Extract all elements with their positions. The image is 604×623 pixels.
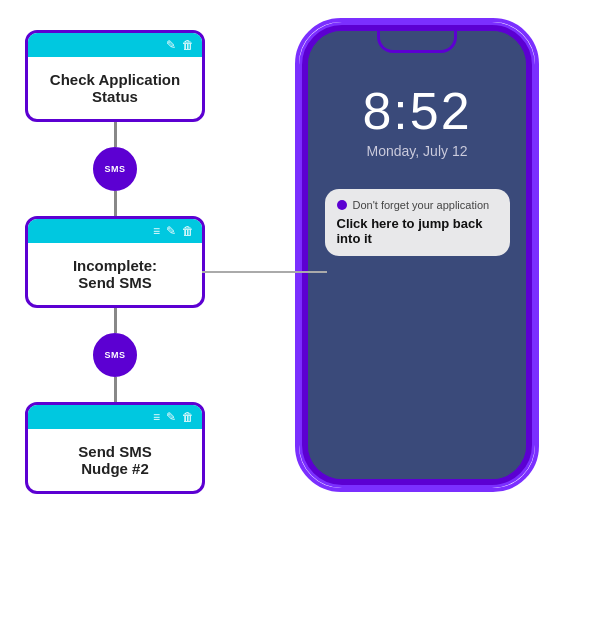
card2-list-icon[interactable]: ≡	[153, 224, 160, 238]
notification-header: Don't forget your application	[337, 199, 498, 211]
card2-body: Incomplete: Send SMS	[28, 243, 202, 305]
card2-header: ≡ ✎ 🗑	[28, 219, 202, 243]
card1-title: Check Application Status	[38, 71, 192, 105]
sms-badge-1-label: SMS	[104, 164, 125, 174]
card2-delete-icon[interactable]: 🗑	[182, 224, 194, 238]
card2-wrapper: ≡ ✎ 🗑 Incomplete: Send SMS	[25, 216, 205, 308]
connector-line-1	[114, 122, 117, 147]
phone-screen: 8:52 Monday, July 12 Don't forget your a…	[308, 31, 526, 479]
sms-badge-1: SMS	[93, 147, 137, 191]
card3-header: ≡ ✎ 🗑	[28, 405, 202, 429]
card3-edit-icon[interactable]: ✎	[166, 410, 176, 424]
card3-title: Send SMS Nudge #2	[78, 443, 151, 477]
notification-dot	[337, 200, 347, 210]
card2-edit-icon[interactable]: ✎	[166, 224, 176, 238]
notification-body: Click here to jump back into it	[337, 216, 498, 246]
connector-line-3	[114, 308, 117, 333]
phone-time: 8:52	[362, 81, 471, 141]
card1-delete-icon[interactable]: 🗑	[182, 38, 194, 52]
card3: ≡ ✎ 🗑 Send SMS Nudge #2	[25, 402, 205, 494]
card2-title: Incomplete: Send SMS	[73, 257, 157, 291]
card2: ≡ ✎ 🗑 Incomplete: Send SMS	[25, 216, 205, 308]
card1-header: ✎ 🗑	[28, 33, 202, 57]
card2-to-phone-line	[202, 271, 327, 273]
phone-notch	[377, 31, 457, 53]
flow-panel: ✎ 🗑 Check Application Status SMS ≡ ✎ 🗑	[10, 20, 220, 494]
card3-body: Send SMS Nudge #2	[28, 429, 202, 491]
card1: ✎ 🗑 Check Application Status	[25, 30, 205, 122]
notification-app-name: Don't forget your application	[353, 199, 490, 211]
connector-line-4	[114, 377, 117, 402]
card3-delete-icon[interactable]: 🗑	[182, 410, 194, 424]
card3-list-icon[interactable]: ≡	[153, 410, 160, 424]
card1-body: Check Application Status	[28, 57, 202, 119]
connector-line-2	[114, 191, 117, 216]
sms-badge-2: SMS	[93, 333, 137, 377]
phone-panel: 8:52 Monday, July 12 Don't forget your a…	[240, 20, 594, 485]
phone-mockup: 8:52 Monday, July 12 Don't forget your a…	[302, 25, 532, 485]
main-container: ✎ 🗑 Check Application Status SMS ≡ ✎ 🗑	[0, 0, 604, 623]
phone-wrapper: 8:52 Monday, July 12 Don't forget your a…	[302, 25, 532, 485]
sms-badge-2-label: SMS	[104, 350, 125, 360]
phone-date: Monday, July 12	[367, 143, 468, 159]
notification-card[interactable]: Don't forget your application Click here…	[325, 189, 510, 256]
card1-edit-icon[interactable]: ✎	[166, 38, 176, 52]
